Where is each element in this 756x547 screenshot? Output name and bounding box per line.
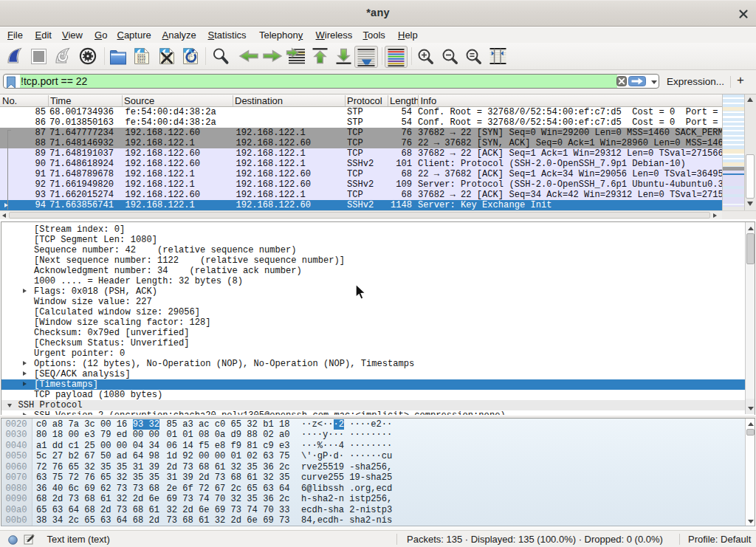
svg-text:0111: 0111 [137,60,145,63]
